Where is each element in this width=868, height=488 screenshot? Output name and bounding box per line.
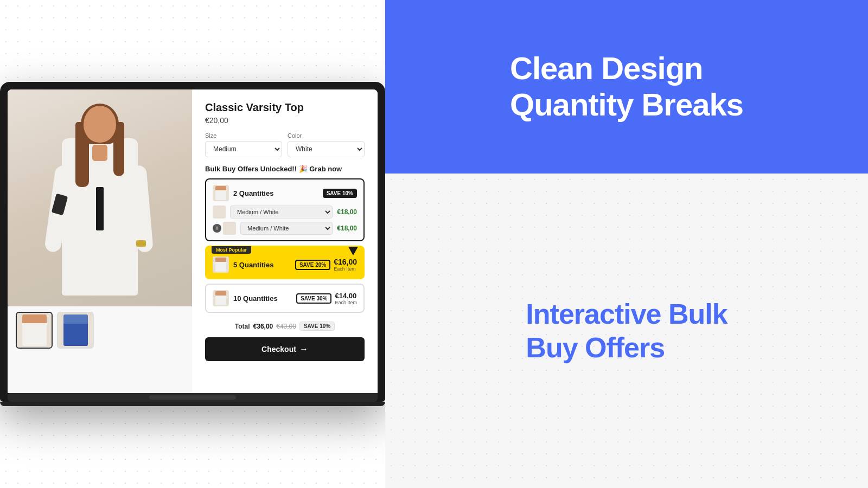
variant-line-price-2: €18,00 — [337, 224, 357, 232]
offer-5qty-label: 5 Quantities — [233, 261, 273, 269]
offer-card-10qty-left: 10 Quantities — [213, 290, 278, 306]
offer-card-2qty-header: 2 Quantities SAVE 10% — [213, 185, 357, 201]
offer-10qty-price: €14,00 — [335, 292, 357, 300]
variant-line-price-1: €18,00 — [337, 208, 357, 216]
color-label: Color — [288, 132, 365, 139]
offer-5qty-each: Each Item — [334, 266, 357, 272]
thumbnail-2[interactable] — [57, 312, 94, 349]
laptop-screen: Classic Varsity Top €20,00 Size Medium S… — [8, 89, 378, 393]
offer-10qty-price-block: €14,00 Each Item — [335, 292, 357, 305]
woman-figure — [40, 100, 159, 296]
size-label: Size — [205, 132, 282, 139]
offer-thumb-inner-2qty — [215, 186, 226, 200]
size-select[interactable]: Medium Small Large — [205, 141, 282, 157]
offer-card-5qty-header: 5 Quantities SAVE 20% €16,00 Each Item — [213, 256, 357, 273]
variant-line-1: Medium / White €18,00 — [213, 206, 357, 219]
offer-thumb-10qty — [213, 290, 229, 306]
neck — [92, 145, 107, 161]
offer-5qty-price: €16,00 — [334, 258, 357, 266]
checkout-button[interactable]: Checkout → — [205, 337, 365, 361]
offer-10qty-right: SAVE 30% €14,00 Each Item — [296, 292, 357, 305]
offer-card-5qty[interactable]: Most Popular 5 Quantities SAVE 20% — [205, 246, 365, 279]
laptop-wrapper: Classic Varsity Top €20,00 Size Medium S… — [0, 82, 385, 406]
right-bottom-line2: Buy Offers — [526, 331, 727, 364]
save-badge-2qty: SAVE 10% — [323, 189, 357, 198]
laptop-hinge — [149, 395, 236, 400]
right-top-line1: Clean Design — [510, 50, 743, 87]
variant-line-2: + Medium / White €18,00 — [213, 222, 357, 235]
offer-10qty-each: Each Item — [335, 300, 357, 305]
head — [84, 106, 116, 143]
variant-line-thumb-1 — [213, 206, 226, 219]
right-bottom-section: Interactive Bulk Buy Offers — [385, 174, 868, 488]
size-group: Size Medium Small Large — [205, 132, 282, 157]
offer-5qty-right: SAVE 20% €16,00 Each Item — [295, 258, 357, 272]
offer-5qty-price-block: €16,00 Each Item — [334, 258, 357, 272]
right-top-section: Clean Design Quantity Breaks — [385, 0, 868, 174]
offer-card-2qty[interactable]: 2 Quantities SAVE 10% Medium / White €18… — [205, 178, 365, 241]
offer-10qty-label: 10 Quantities — [233, 294, 278, 303]
most-popular-badge: Most Popular — [212, 246, 251, 254]
product-info-section: Classic Varsity Top €20,00 Size Medium S… — [192, 89, 378, 393]
product-image-section — [8, 89, 192, 393]
laptop-base — [8, 393, 378, 402]
offer-card-10qty[interactable]: 10 Quantities SAVE 30% €14,00 Each Item — [205, 284, 365, 313]
total-label: Total — [235, 323, 250, 330]
offer-card-5qty-left: 5 Quantities — [213, 256, 273, 273]
variant-line-thumb-2 — [223, 222, 236, 235]
thumb-img-1 — [22, 314, 47, 346]
checkout-label: Checkout — [261, 345, 296, 354]
laptop-stand — [0, 402, 385, 406]
offer-thumb-inner-5qty — [215, 258, 226, 272]
add-item-icon[interactable]: + — [213, 224, 221, 233]
offer-thumb-inner-10qty — [215, 291, 226, 305]
right-top-text: Clean Design Quantity Breaks — [510, 50, 743, 123]
offer-thumb-5qty — [213, 256, 229, 273]
offer-thumb-2qty — [213, 185, 229, 201]
product-price: €20,00 — [205, 116, 365, 125]
right-bottom-text: Interactive Bulk Buy Offers — [526, 297, 727, 365]
thumbnails — [8, 306, 192, 354]
right-top-line2: Quantity Breaks — [510, 87, 743, 123]
product-title: Classic Varsity Top — [205, 101, 365, 114]
offer-card-10qty-header: 10 Quantities SAVE 30% €14,00 Each Item — [213, 290, 357, 306]
bulk-buy-header: Bulk Buy Offers Unlocked!! 🎉 Grab now — [205, 165, 365, 173]
save-badge-10qty: SAVE 30% — [296, 293, 331, 304]
total-row: Total €36,00 €40,00 SAVE 10% — [205, 317, 365, 335]
total-old-price: €40,00 — [276, 323, 296, 330]
checkout-arrow-icon: → — [299, 344, 308, 354]
right-panel: Clean Design Quantity Breaks Interactive… — [385, 0, 868, 488]
watch — [136, 240, 146, 247]
total-save-badge: SAVE 10% — [299, 322, 335, 331]
variant-line-select-1[interactable]: Medium / White — [230, 206, 333, 219]
offer-card-2qty-left: 2 Quantities — [213, 185, 273, 201]
thumbnail-1[interactable] — [16, 312, 53, 349]
offer-2qty-label: 2 Quantities — [233, 189, 273, 197]
total-new-price: €36,00 — [253, 323, 273, 330]
variant-line-select-2[interactable]: Medium / White — [240, 222, 333, 235]
color-select[interactable]: White Black Blue — [288, 141, 365, 157]
offer-card-2qty-body: Medium / White €18,00 + Medium — [213, 206, 357, 235]
variant-line-2-left: + — [213, 222, 236, 235]
product-main-image — [8, 89, 192, 306]
variant-row: Size Medium Small Large Color White — [205, 132, 365, 157]
thumb-img-2 — [63, 314, 88, 346]
tie — [96, 187, 104, 230]
left-panel: Classic Varsity Top €20,00 Size Medium S… — [0, 0, 385, 488]
laptop-body: Classic Varsity Top €20,00 Size Medium S… — [0, 82, 385, 402]
bookmark-icon — [348, 247, 358, 255]
right-bottom-line1: Interactive Bulk — [526, 297, 727, 331]
save-badge-5qty: SAVE 20% — [295, 260, 330, 270]
color-group: Color White Black Blue — [288, 132, 365, 157]
